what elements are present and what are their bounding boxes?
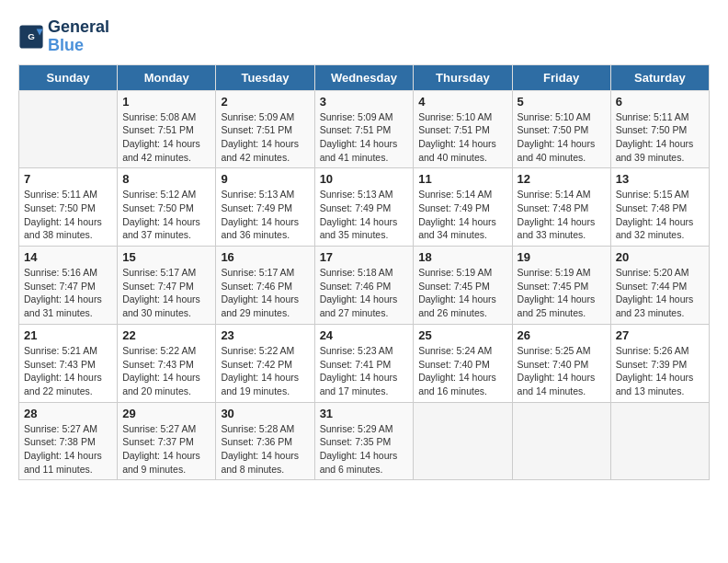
calendar-cell: 29Sunrise: 5:27 AM Sunset: 7:37 PM Dayli… [118,402,216,480]
calendar-week-row: 7Sunrise: 5:11 AM Sunset: 7:50 PM Daylig… [19,168,710,247]
day-number: 12 [518,172,606,186]
calendar-cell [414,402,512,480]
day-info: Sunrise: 5:10 AM Sunset: 7:50 PM Dayligh… [518,110,606,165]
day-number: 11 [418,172,506,186]
day-number: 21 [24,328,112,342]
day-info: Sunrise: 5:09 AM Sunset: 7:51 PM Dayligh… [320,110,409,165]
calendar-cell: 24Sunrise: 5:23 AM Sunset: 7:41 PM Dayli… [314,324,414,402]
day-info: Sunrise: 5:21 AM Sunset: 7:43 PM Dayligh… [24,344,112,398]
day-number: 24 [320,328,409,342]
calendar-cell: 1Sunrise: 5:08 AM Sunset: 7:51 PM Daylig… [118,90,216,168]
svg-text:G: G [28,31,35,41]
calendar-cell: 8Sunrise: 5:12 AM Sunset: 7:50 PM Daylig… [118,168,216,247]
calendar-cell: 9Sunrise: 5:13 AM Sunset: 7:49 PM Daylig… [216,168,314,247]
calendar-cell: 17Sunrise: 5:18 AM Sunset: 7:46 PM Dayli… [314,247,414,325]
calendar-cell: 6Sunrise: 5:11 AM Sunset: 7:50 PM Daylig… [610,90,709,168]
day-info: Sunrise: 5:19 AM Sunset: 7:45 PM Dayligh… [418,266,506,320]
calendar-cell: 20Sunrise: 5:20 AM Sunset: 7:44 PM Dayli… [610,247,709,325]
day-info: Sunrise: 5:17 AM Sunset: 7:47 PM Dayligh… [122,266,210,320]
day-info: Sunrise: 5:11 AM Sunset: 7:50 PM Dayligh… [24,188,112,242]
day-number: 14 [24,250,112,264]
logo: G General Blue [18,18,109,55]
calendar-week-row: 28Sunrise: 5:27 AM Sunset: 7:38 PM Dayli… [19,402,710,480]
day-info: Sunrise: 5:28 AM Sunset: 7:36 PM Dayligh… [221,422,309,477]
calendar-cell: 12Sunrise: 5:14 AM Sunset: 7:48 PM Dayli… [512,168,610,247]
calendar-week-row: 21Sunrise: 5:21 AM Sunset: 7:43 PM Dayli… [19,324,710,402]
day-info: Sunrise: 5:17 AM Sunset: 7:46 PM Dayligh… [221,266,309,320]
day-number: 20 [616,250,704,264]
day-info: Sunrise: 5:10 AM Sunset: 7:51 PM Dayligh… [418,110,506,165]
day-number: 6 [616,95,704,109]
calendar-cell: 21Sunrise: 5:21 AM Sunset: 7:43 PM Dayli… [19,324,118,402]
day-number: 27 [616,328,704,342]
calendar-cell: 13Sunrise: 5:15 AM Sunset: 7:48 PM Dayli… [610,168,709,247]
calendar-week-row: 14Sunrise: 5:16 AM Sunset: 7:47 PM Dayli… [19,247,710,325]
day-info: Sunrise: 5:13 AM Sunset: 7:49 PM Dayligh… [320,188,409,242]
day-info: Sunrise: 5:25 AM Sunset: 7:40 PM Dayligh… [518,344,606,398]
day-number: 17 [320,250,409,264]
day-info: Sunrise: 5:27 AM Sunset: 7:37 PM Dayligh… [122,422,210,477]
day-info: Sunrise: 5:14 AM Sunset: 7:48 PM Dayligh… [518,188,606,242]
day-number: 29 [122,407,210,420]
day-info: Sunrise: 5:26 AM Sunset: 7:39 PM Dayligh… [616,344,704,398]
day-info: Sunrise: 5:18 AM Sunset: 7:46 PM Dayligh… [320,266,409,320]
day-number: 28 [24,407,112,420]
day-number: 2 [221,95,309,109]
calendar-cell: 3Sunrise: 5:09 AM Sunset: 7:51 PM Daylig… [314,90,414,168]
column-header-wednesday: Wednesday [314,64,414,90]
day-number: 1 [122,95,210,109]
day-number: 23 [221,328,309,342]
day-info: Sunrise: 5:27 AM Sunset: 7:38 PM Dayligh… [24,422,112,477]
day-number: 8 [122,172,210,186]
calendar-cell [512,402,610,480]
calendar-cell: 10Sunrise: 5:13 AM Sunset: 7:49 PM Dayli… [314,168,414,247]
calendar-cell: 22Sunrise: 5:22 AM Sunset: 7:43 PM Dayli… [118,324,216,402]
calendar-cell: 18Sunrise: 5:19 AM Sunset: 7:45 PM Dayli… [414,247,512,325]
day-info: Sunrise: 5:08 AM Sunset: 7:51 PM Dayligh… [122,110,210,165]
day-info: Sunrise: 5:13 AM Sunset: 7:49 PM Dayligh… [221,188,309,242]
day-number: 3 [320,95,409,109]
logo-text: General Blue [48,18,109,55]
day-info: Sunrise: 5:16 AM Sunset: 7:47 PM Dayligh… [24,266,112,320]
day-number: 19 [518,250,606,264]
day-info: Sunrise: 5:29 AM Sunset: 7:35 PM Dayligh… [320,422,409,477]
calendar-cell: 31Sunrise: 5:29 AM Sunset: 7:35 PM Dayli… [314,402,414,480]
calendar-week-row: 1Sunrise: 5:08 AM Sunset: 7:51 PM Daylig… [19,90,710,168]
day-info: Sunrise: 5:11 AM Sunset: 7:50 PM Dayligh… [616,110,704,165]
day-number: 25 [418,328,506,342]
calendar-cell: 14Sunrise: 5:16 AM Sunset: 7:47 PM Dayli… [19,247,118,325]
day-number: 22 [122,328,210,342]
column-header-monday: Monday [118,64,216,90]
calendar-table: SundayMondayTuesdayWednesdayThursdayFrid… [18,64,710,481]
calendar-cell: 11Sunrise: 5:14 AM Sunset: 7:49 PM Dayli… [414,168,512,247]
day-info: Sunrise: 5:23 AM Sunset: 7:41 PM Dayligh… [320,344,409,398]
calendar-cell: 28Sunrise: 5:27 AM Sunset: 7:38 PM Dayli… [19,402,118,480]
calendar-cell: 2Sunrise: 5:09 AM Sunset: 7:51 PM Daylig… [216,90,314,168]
day-number: 7 [24,172,112,186]
day-info: Sunrise: 5:09 AM Sunset: 7:51 PM Dayligh… [221,110,309,165]
day-info: Sunrise: 5:19 AM Sunset: 7:45 PM Dayligh… [518,266,606,320]
column-header-saturday: Saturday [610,64,709,90]
day-number: 13 [616,172,704,186]
logo-icon: G [18,24,44,50]
calendar-cell: 5Sunrise: 5:10 AM Sunset: 7:50 PM Daylig… [512,90,610,168]
calendar-header: SundayMondayTuesdayWednesdayThursdayFrid… [19,64,710,90]
column-header-tuesday: Tuesday [216,64,314,90]
calendar-cell: 25Sunrise: 5:24 AM Sunset: 7:40 PM Dayli… [414,324,512,402]
calendar-cell: 23Sunrise: 5:22 AM Sunset: 7:42 PM Dayli… [216,324,314,402]
calendar-cell: 7Sunrise: 5:11 AM Sunset: 7:50 PM Daylig… [19,168,118,247]
day-number: 15 [122,250,210,264]
day-info: Sunrise: 5:22 AM Sunset: 7:42 PM Dayligh… [221,344,309,398]
calendar-cell: 27Sunrise: 5:26 AM Sunset: 7:39 PM Dayli… [610,324,709,402]
calendar-cell: 30Sunrise: 5:28 AM Sunset: 7:36 PM Dayli… [216,402,314,480]
day-number: 26 [518,328,606,342]
day-number: 30 [221,407,309,420]
calendar-cell: 26Sunrise: 5:25 AM Sunset: 7:40 PM Dayli… [512,324,610,402]
day-number: 10 [320,172,409,186]
calendar-cell: 4Sunrise: 5:10 AM Sunset: 7:51 PM Daylig… [414,90,512,168]
calendar-cell: 19Sunrise: 5:19 AM Sunset: 7:45 PM Dayli… [512,247,610,325]
page-header: G General Blue [18,18,710,55]
day-info: Sunrise: 5:15 AM Sunset: 7:48 PM Dayligh… [616,188,704,242]
day-info: Sunrise: 5:22 AM Sunset: 7:43 PM Dayligh… [122,344,210,398]
calendar-cell: 15Sunrise: 5:17 AM Sunset: 7:47 PM Dayli… [118,247,216,325]
